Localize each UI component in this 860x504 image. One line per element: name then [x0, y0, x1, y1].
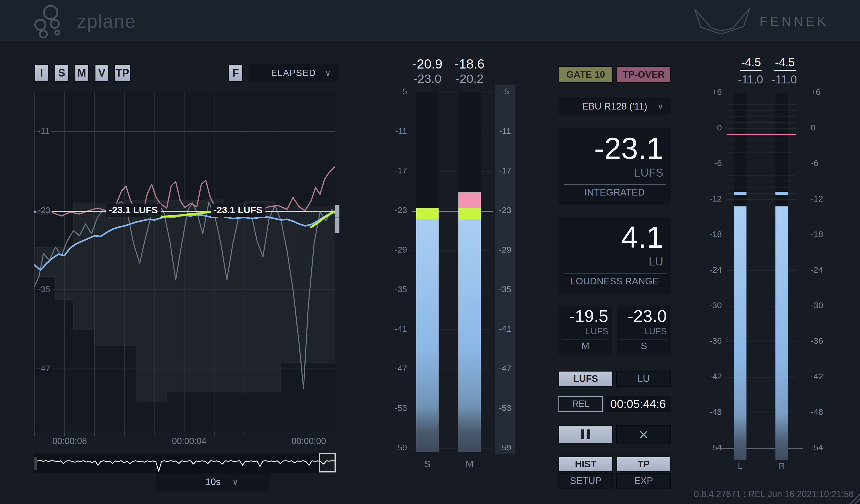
waveform-selection-box[interactable] [319, 453, 336, 473]
sm-scale-label: -59 [495, 443, 515, 452]
lr-scale-label: -48 [811, 407, 842, 417]
sm-scale-label: -35 [381, 284, 407, 294]
lr-tick-1db [727, 164, 796, 164]
lr-tick-1db [727, 116, 796, 117]
tp-over-indicator[interactable]: TP-OVER [616, 66, 671, 83]
shortterm-unit: LUFS [644, 326, 667, 336]
history-x-tick [34, 432, 35, 436]
lr-tick-1db [727, 152, 796, 153]
m-meter-max-value: -18.6 [441, 56, 498, 72]
toggle-truepeak[interactable]: TP [114, 64, 131, 82]
shortterm-value: -23.0 [628, 306, 667, 326]
sm-scale-label: -23 [381, 205, 407, 215]
divider [562, 339, 609, 340]
resize-grip[interactable] [848, 492, 860, 504]
r-meter-hold-value: -11.0 [761, 73, 807, 86]
zplane-circles-icon [32, 4, 72, 39]
toggle-shortterm[interactable]: S [55, 64, 69, 82]
toggle-integrated[interactable]: I [34, 64, 49, 82]
l-meter-label: L [723, 461, 757, 471]
l-meter-peak-hold-tick [734, 192, 746, 195]
lr-scale-label: -18 [811, 229, 842, 239]
history-x-tick [245, 432, 245, 436]
lr-scale-label: -36 [691, 336, 722, 346]
sm-scale-label: -5 [495, 87, 515, 96]
lr-scale-label: -54 [691, 443, 722, 452]
s-meter-label: S [410, 459, 445, 470]
lr-scale-label: -36 [811, 336, 842, 346]
history-x-tick [94, 432, 95, 436]
momentary-unit: LUFS [586, 326, 608, 336]
integrated-label: INTEGRATED [558, 187, 671, 198]
graph-scroll-thumb[interactable] [335, 205, 340, 233]
history-y-tick-label: -11 [36, 126, 51, 136]
history-x-tick [125, 432, 125, 436]
lr-scale-label: -42 [811, 372, 842, 381]
waveform-plot [34, 453, 335, 473]
history-window-dropdown[interactable]: 10s ∨ [156, 473, 270, 491]
toggle-variance[interactable]: V [95, 64, 109, 82]
lr-tick-1db [727, 92, 796, 93]
sm-scale-label: -59 [381, 443, 407, 452]
shortterm-label: S [617, 341, 671, 351]
sm-scale-label: -29 [381, 245, 407, 255]
sm-scale-label: -47 [381, 363, 407, 373]
history-x-tick-label: 00:00:08 [38, 436, 101, 446]
s-bar-green-segment [416, 208, 439, 219]
r-meter-label: R [764, 461, 799, 471]
sm-scale-label: -5 [381, 87, 407, 96]
lr-tick-1db [727, 158, 796, 158]
target-line-label-1: -23.1 LUFS [106, 204, 161, 217]
time-mode-dropdown[interactable]: ELAPSED ∨ [249, 64, 338, 82]
time-mode-value: ELAPSED [271, 68, 316, 78]
lr-scale-label: -18 [691, 229, 722, 239]
unit-lu-button[interactable]: LU [616, 371, 671, 387]
l-meter-bar [734, 206, 746, 460]
sm-scale-label: -23 [495, 205, 515, 215]
waveform-overview[interactable] [34, 453, 335, 473]
reset-button[interactable]: × [616, 425, 671, 444]
history-x-tick [214, 432, 215, 436]
brand-name: zplane [77, 10, 136, 32]
chevron-down-icon: ∨ [325, 69, 332, 78]
fennek-logo: FENNEK [692, 6, 829, 37]
history-x-tick-label: 00:00:00 [277, 436, 340, 446]
pause-button[interactable] [558, 425, 613, 444]
fennek-wings-icon [692, 7, 752, 35]
lr-scale-label: 0 [811, 123, 842, 132]
standard-preset-dropdown[interactable]: EBU R128 ('11) ∨ [558, 98, 671, 115]
toggle-momentary[interactable]: M [74, 64, 89, 82]
gate-indicator[interactable]: GATE 10 [558, 66, 613, 83]
tp-tab-button[interactable]: TP [616, 457, 671, 472]
s-bar-blue-segment [416, 219, 439, 452]
unit-lufs-button[interactable]: LUFS [558, 371, 613, 387]
waveform-left-handle[interactable] [34, 457, 37, 470]
lr-tick-1db [727, 122, 796, 123]
freeze-button[interactable]: F [228, 64, 243, 82]
shortterm-panel: -23.0 LUFS S [617, 306, 671, 355]
divider [563, 184, 665, 185]
lr-tick-1db [727, 110, 796, 111]
lr-scale-label: -42 [691, 372, 722, 381]
history-y-tick-label: -47 [36, 363, 52, 373]
setup-button[interactable]: SETUP [558, 473, 613, 489]
timer-mode-button[interactable]: REL [558, 396, 603, 412]
sm-scale-label: -29 [495, 245, 515, 255]
lr-tick-1db [727, 170, 796, 170]
lr-tick-54 [717, 448, 803, 449]
sm-scale-label: -11 [381, 126, 407, 136]
loudness-range-value: 4.1 [621, 222, 663, 252]
loudness-history-graph[interactable] [34, 92, 335, 432]
export-button[interactable]: EXP [616, 473, 671, 489]
lr-scale-label: -54 [811, 443, 842, 452]
lr-tick-1db [727, 182, 796, 182]
hist-tab-button[interactable]: HIST [558, 457, 613, 472]
sm-scale-label: -35 [495, 284, 515, 294]
r-meter-peak-value: -4.5 [765, 56, 805, 69]
lr-scale-label: -12 [811, 194, 842, 204]
history-x-tick [275, 432, 275, 436]
chevron-down-icon: ∨ [658, 102, 664, 111]
target-line-label-2: -23.1 LUFS [211, 204, 266, 217]
r-meter-peak-hold-tick [775, 192, 788, 195]
lr-scale-label: +6 [691, 87, 722, 97]
